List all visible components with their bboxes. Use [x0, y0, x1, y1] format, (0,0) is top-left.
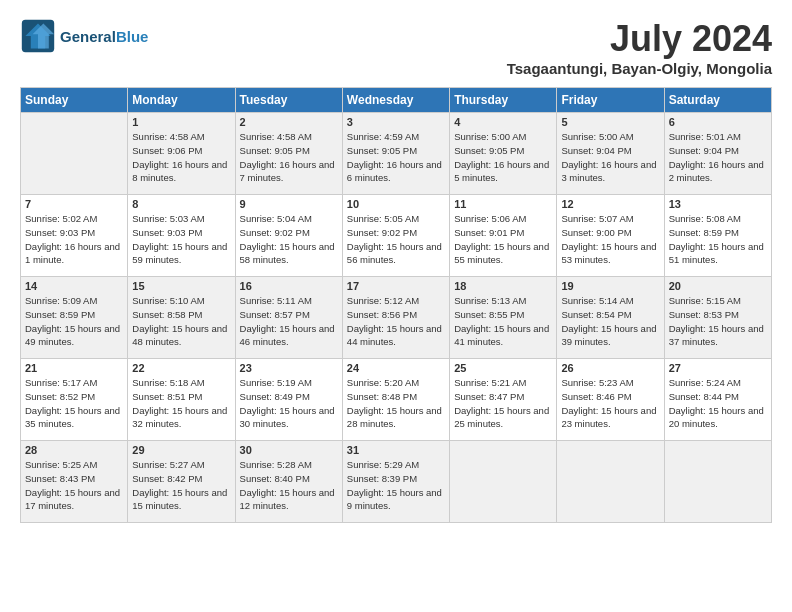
day-cell: 26Sunrise: 5:23 AMSunset: 8:46 PMDayligh… [557, 359, 664, 441]
day-cell: 31Sunrise: 5:29 AMSunset: 8:39 PMDayligh… [342, 441, 449, 523]
day-cell: 15Sunrise: 5:10 AMSunset: 8:58 PMDayligh… [128, 277, 235, 359]
day-cell: 24Sunrise: 5:20 AMSunset: 8:48 PMDayligh… [342, 359, 449, 441]
col-friday: Friday [557, 88, 664, 113]
day-info: Sunrise: 5:28 AMSunset: 8:40 PMDaylight:… [240, 459, 335, 511]
day-cell: 5Sunrise: 5:00 AMSunset: 9:04 PMDaylight… [557, 113, 664, 195]
day-cell [557, 441, 664, 523]
day-info: Sunrise: 5:23 AMSunset: 8:46 PMDaylight:… [561, 377, 656, 429]
day-number: 13 [669, 198, 767, 210]
day-number: 2 [240, 116, 338, 128]
day-cell: 18Sunrise: 5:13 AMSunset: 8:55 PMDayligh… [450, 277, 557, 359]
day-cell: 6Sunrise: 5:01 AMSunset: 9:04 PMDaylight… [664, 113, 771, 195]
page-header: GeneralBlue July 2024 Tsagaantungi, Baya… [20, 18, 772, 77]
day-cell: 8Sunrise: 5:03 AMSunset: 9:03 PMDaylight… [128, 195, 235, 277]
day-number: 6 [669, 116, 767, 128]
day-number: 14 [25, 280, 123, 292]
week-row-1: 1Sunrise: 4:58 AMSunset: 9:06 PMDaylight… [21, 113, 772, 195]
day-info: Sunrise: 5:27 AMSunset: 8:42 PMDaylight:… [132, 459, 227, 511]
day-cell: 2Sunrise: 4:58 AMSunset: 9:05 PMDaylight… [235, 113, 342, 195]
day-cell: 1Sunrise: 4:58 AMSunset: 9:06 PMDaylight… [128, 113, 235, 195]
week-row-5: 28Sunrise: 5:25 AMSunset: 8:43 PMDayligh… [21, 441, 772, 523]
col-thursday: Thursday [450, 88, 557, 113]
day-info: Sunrise: 5:05 AMSunset: 9:02 PMDaylight:… [347, 213, 442, 265]
day-cell: 20Sunrise: 5:15 AMSunset: 8:53 PMDayligh… [664, 277, 771, 359]
day-info: Sunrise: 5:21 AMSunset: 8:47 PMDaylight:… [454, 377, 549, 429]
day-number: 5 [561, 116, 659, 128]
day-cell: 9Sunrise: 5:04 AMSunset: 9:02 PMDaylight… [235, 195, 342, 277]
logo: GeneralBlue [20, 18, 148, 54]
col-saturday: Saturday [664, 88, 771, 113]
day-info: Sunrise: 5:25 AMSunset: 8:43 PMDaylight:… [25, 459, 120, 511]
day-number: 22 [132, 362, 230, 374]
day-info: Sunrise: 4:58 AMSunset: 9:05 PMDaylight:… [240, 131, 335, 183]
day-info: Sunrise: 5:29 AMSunset: 8:39 PMDaylight:… [347, 459, 442, 511]
day-cell: 19Sunrise: 5:14 AMSunset: 8:54 PMDayligh… [557, 277, 664, 359]
day-info: Sunrise: 5:14 AMSunset: 8:54 PMDaylight:… [561, 295, 656, 347]
day-info: Sunrise: 5:08 AMSunset: 8:59 PMDaylight:… [669, 213, 764, 265]
day-cell: 28Sunrise: 5:25 AMSunset: 8:43 PMDayligh… [21, 441, 128, 523]
day-number: 30 [240, 444, 338, 456]
day-info: Sunrise: 5:18 AMSunset: 8:51 PMDaylight:… [132, 377, 227, 429]
day-number: 31 [347, 444, 445, 456]
day-cell: 10Sunrise: 5:05 AMSunset: 9:02 PMDayligh… [342, 195, 449, 277]
day-cell: 17Sunrise: 5:12 AMSunset: 8:56 PMDayligh… [342, 277, 449, 359]
day-info: Sunrise: 5:11 AMSunset: 8:57 PMDaylight:… [240, 295, 335, 347]
col-tuesday: Tuesday [235, 88, 342, 113]
day-info: Sunrise: 5:17 AMSunset: 8:52 PMDaylight:… [25, 377, 120, 429]
day-number: 24 [347, 362, 445, 374]
day-cell: 7Sunrise: 5:02 AMSunset: 9:03 PMDaylight… [21, 195, 128, 277]
day-info: Sunrise: 4:59 AMSunset: 9:05 PMDaylight:… [347, 131, 442, 183]
day-info: Sunrise: 5:02 AMSunset: 9:03 PMDaylight:… [25, 213, 120, 265]
day-number: 18 [454, 280, 552, 292]
col-monday: Monday [128, 88, 235, 113]
day-cell: 29Sunrise: 5:27 AMSunset: 8:42 PMDayligh… [128, 441, 235, 523]
month-title: July 2024 [507, 18, 772, 60]
day-number: 16 [240, 280, 338, 292]
day-cell: 27Sunrise: 5:24 AMSunset: 8:44 PMDayligh… [664, 359, 771, 441]
day-info: Sunrise: 5:15 AMSunset: 8:53 PMDaylight:… [669, 295, 764, 347]
logo-icon [20, 18, 56, 54]
day-info: Sunrise: 5:00 AMSunset: 9:05 PMDaylight:… [454, 131, 549, 183]
day-number: 28 [25, 444, 123, 456]
calendar-page: GeneralBlue July 2024 Tsagaantungi, Baya… [0, 0, 792, 533]
day-cell: 25Sunrise: 5:21 AMSunset: 8:47 PMDayligh… [450, 359, 557, 441]
day-info: Sunrise: 5:00 AMSunset: 9:04 PMDaylight:… [561, 131, 656, 183]
week-row-2: 7Sunrise: 5:02 AMSunset: 9:03 PMDaylight… [21, 195, 772, 277]
day-info: Sunrise: 4:58 AMSunset: 9:06 PMDaylight:… [132, 131, 227, 183]
day-cell: 13Sunrise: 5:08 AMSunset: 8:59 PMDayligh… [664, 195, 771, 277]
day-cell: 12Sunrise: 5:07 AMSunset: 9:00 PMDayligh… [557, 195, 664, 277]
day-info: Sunrise: 5:12 AMSunset: 8:56 PMDaylight:… [347, 295, 442, 347]
day-number: 25 [454, 362, 552, 374]
day-info: Sunrise: 5:20 AMSunset: 8:48 PMDaylight:… [347, 377, 442, 429]
day-cell: 30Sunrise: 5:28 AMSunset: 8:40 PMDayligh… [235, 441, 342, 523]
day-number: 15 [132, 280, 230, 292]
header-row: Sunday Monday Tuesday Wednesday Thursday… [21, 88, 772, 113]
day-number: 19 [561, 280, 659, 292]
day-cell: 22Sunrise: 5:18 AMSunset: 8:51 PMDayligh… [128, 359, 235, 441]
col-sunday: Sunday [21, 88, 128, 113]
day-cell: 23Sunrise: 5:19 AMSunset: 8:49 PMDayligh… [235, 359, 342, 441]
title-block: July 2024 Tsagaantungi, Bayan-Olgiy, Mon… [507, 18, 772, 77]
day-number: 7 [25, 198, 123, 210]
day-cell: 21Sunrise: 5:17 AMSunset: 8:52 PMDayligh… [21, 359, 128, 441]
day-info: Sunrise: 5:13 AMSunset: 8:55 PMDaylight:… [454, 295, 549, 347]
logo-text: GeneralBlue [60, 28, 148, 45]
day-cell: 4Sunrise: 5:00 AMSunset: 9:05 PMDaylight… [450, 113, 557, 195]
day-number: 10 [347, 198, 445, 210]
day-number: 8 [132, 198, 230, 210]
day-cell: 11Sunrise: 5:06 AMSunset: 9:01 PMDayligh… [450, 195, 557, 277]
day-number: 4 [454, 116, 552, 128]
day-number: 20 [669, 280, 767, 292]
day-info: Sunrise: 5:24 AMSunset: 8:44 PMDaylight:… [669, 377, 764, 429]
day-info: Sunrise: 5:09 AMSunset: 8:59 PMDaylight:… [25, 295, 120, 347]
day-number: 12 [561, 198, 659, 210]
day-number: 17 [347, 280, 445, 292]
day-info: Sunrise: 5:07 AMSunset: 9:00 PMDaylight:… [561, 213, 656, 265]
day-cell [21, 113, 128, 195]
day-info: Sunrise: 5:10 AMSunset: 8:58 PMDaylight:… [132, 295, 227, 347]
day-number: 11 [454, 198, 552, 210]
day-cell: 14Sunrise: 5:09 AMSunset: 8:59 PMDayligh… [21, 277, 128, 359]
day-number: 1 [132, 116, 230, 128]
day-number: 26 [561, 362, 659, 374]
week-row-3: 14Sunrise: 5:09 AMSunset: 8:59 PMDayligh… [21, 277, 772, 359]
